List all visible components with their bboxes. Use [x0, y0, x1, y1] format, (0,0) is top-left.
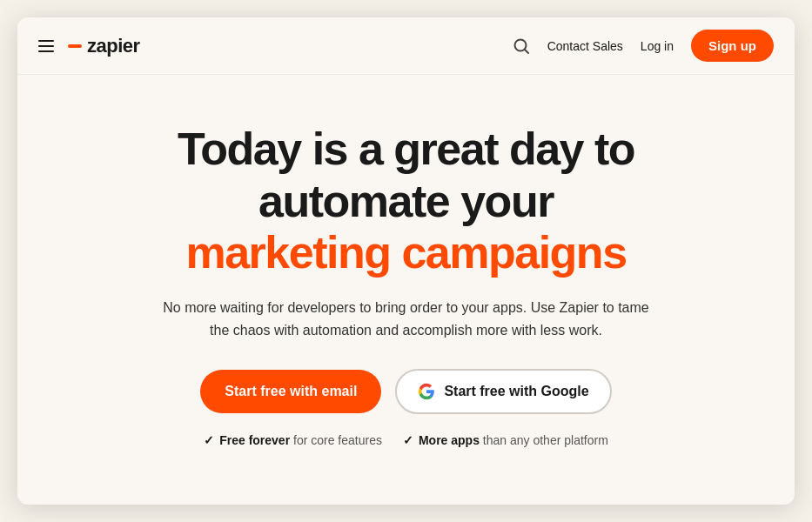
trust-badge-1: Free forever for core features [219, 433, 382, 447]
hero-subtitle: No more waiting for developers to bring … [163, 297, 650, 341]
hero-title-line2: automate your [258, 176, 554, 226]
logo[interactable]: zapier [68, 35, 140, 57]
hero-title-line1: Today is a great day to [178, 124, 634, 174]
check-icon-2: ✓ [403, 433, 413, 447]
signup-button[interactable]: Sign up [691, 30, 774, 62]
hero-title-highlight: marketing campaigns [185, 227, 626, 278]
search-icon[interactable] [513, 37, 530, 55]
nav-left: zapier [38, 35, 140, 57]
nav-right: Contact Sales Log in Sign up [513, 30, 774, 62]
check-icon-1: ✓ [204, 433, 214, 447]
trust-badge-2: More apps than any other platform [419, 433, 608, 447]
logo-dash-icon [68, 44, 82, 48]
hamburger-menu-icon[interactable] [38, 40, 54, 52]
google-logo-icon [418, 383, 435, 400]
page-wrapper: zapier Contact Sales Log in Sign up Toda… [17, 17, 795, 505]
hero-title: Today is a great day to automate your ma… [178, 124, 634, 279]
contact-sales-link[interactable]: Contact Sales [547, 39, 623, 53]
trust-item-free: ✓ Free forever for core features [204, 433, 382, 447]
start-google-button[interactable]: Start free with Google [395, 369, 611, 414]
navbar: zapier Contact Sales Log in Sign up [17, 17, 795, 75]
login-link[interactable]: Log in [641, 39, 674, 53]
cta-buttons: Start free with email Start free with Go… [200, 369, 611, 414]
trust-badges: ✓ Free forever for core features ✓ More … [204, 433, 608, 447]
start-google-label: Start free with Google [444, 384, 588, 399]
hero-section: Today is a great day to automate your ma… [17, 75, 795, 505]
trust-item-apps: ✓ More apps than any other platform [403, 433, 608, 447]
logo-text: zapier [87, 35, 140, 57]
svg-line-1 [525, 50, 528, 53]
start-email-button[interactable]: Start free with email [200, 370, 381, 413]
